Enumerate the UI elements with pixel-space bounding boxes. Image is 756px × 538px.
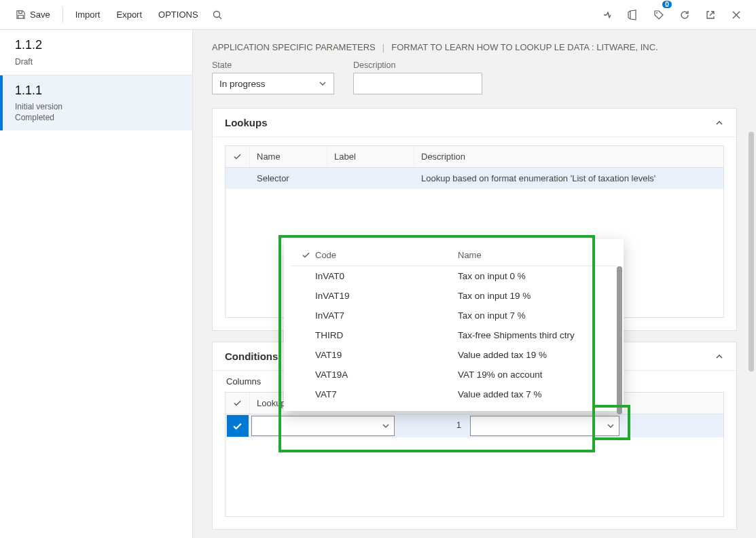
- row-value: 1: [397, 414, 469, 437]
- import-button[interactable]: Import: [69, 5, 107, 24]
- import-label: Import: [75, 10, 101, 20]
- row-select[interactable]: [296, 310, 315, 321]
- row-name: Value added tax 7 %: [458, 389, 611, 399]
- lookup-result-dropdown[interactable]: [251, 416, 395, 436]
- row-code: InVAT7: [315, 310, 458, 321]
- popup-select-header[interactable]: [296, 250, 315, 260]
- popup-row[interactable]: InVAT7Tax on input 7 %: [291, 306, 617, 325]
- main-scrollbar[interactable]: [748, 132, 755, 531]
- collapse-button[interactable]: [715, 118, 724, 128]
- row-select[interactable]: [226, 414, 250, 437]
- chevron-up-icon: [715, 118, 724, 128]
- columns-button[interactable]: Columns: [226, 376, 261, 387]
- search-icon: [212, 10, 223, 20]
- row-select[interactable]: [296, 271, 315, 281]
- description-label: Description: [353, 60, 482, 70]
- row-name: Selector: [250, 168, 327, 189]
- row-select[interactable]: [296, 330, 315, 340]
- popup-col-code[interactable]: Code: [315, 250, 458, 260]
- row-name: Tax on input 7 %: [458, 310, 611, 321]
- svg-point-2: [656, 12, 658, 14]
- popup-scrollbar[interactable]: [617, 266, 622, 414]
- conditions-title: Conditions: [225, 351, 278, 362]
- state-select[interactable]: In progress: [212, 73, 334, 94]
- export-button[interactable]: Export: [109, 5, 149, 24]
- col-name[interactable]: Name: [250, 146, 327, 167]
- lookups-row[interactable]: Selector Lookup based on format enumerat…: [226, 168, 723, 189]
- row-select[interactable]: [296, 370, 315, 380]
- save-label: Save: [30, 10, 50, 20]
- svg-point-0: [213, 11, 219, 17]
- save-button[interactable]: Save: [8, 5, 57, 24]
- popout-icon: [705, 10, 716, 20]
- row-name: VAT 19% on account: [458, 370, 611, 380]
- row-name: Tax on input 19 %: [458, 291, 611, 301]
- popup-row[interactable]: VAT7Value added tax 7 %: [291, 384, 617, 404]
- checkmark-icon: [233, 399, 242, 408]
- row-select[interactable]: [296, 389, 315, 399]
- row-label: [327, 168, 414, 189]
- scrollbar-thumb[interactable]: [749, 132, 754, 372]
- sidebar-item-label: 1.1.2: [15, 38, 177, 53]
- refresh-icon: [679, 10, 690, 20]
- refresh-button[interactable]: [673, 3, 696, 26]
- row-code: VAT19A: [315, 370, 458, 380]
- state-label: State: [212, 60, 334, 70]
- popup-col-name[interactable]: Name: [458, 250, 611, 260]
- sidebar-item-sub2: Completed: [15, 113, 177, 122]
- popup-row[interactable]: InVAT0Tax on input 0 %: [291, 266, 617, 286]
- collapse-button[interactable]: [715, 352, 724, 361]
- row-select[interactable]: [296, 350, 315, 360]
- sidebar-item-sub: Draft: [15, 57, 177, 67]
- office-icon: [628, 10, 638, 20]
- popup-row[interactable]: VAT19Value added tax 19 %: [291, 345, 617, 365]
- row-select[interactable]: [296, 291, 315, 301]
- breadcrumb-sep: |: [382, 42, 384, 52]
- sidebar-item-111[interactable]: 1.1.1 Initial version Completed: [0, 75, 192, 131]
- row-select[interactable]: [226, 168, 250, 189]
- options-label: OPTIONS: [158, 10, 198, 20]
- search-button[interactable]: [208, 5, 227, 24]
- scrollbar-thumb[interactable]: [617, 266, 622, 414]
- notification-badge: 0: [662, 1, 672, 8]
- code-lookup-popup: Code Name InVAT0Tax on input 0 %InVAT19T…: [284, 239, 624, 411]
- description-input[interactable]: [353, 73, 482, 94]
- row-code: InVAT19: [315, 291, 458, 301]
- state-value: In progress: [219, 79, 266, 89]
- row-code: InVAT0: [315, 271, 458, 281]
- connector-icon: [602, 10, 613, 20]
- chevron-up-icon: [715, 352, 724, 361]
- breadcrumb-part-1: APPLICATION SPECIFIC PARAMETERS: [212, 42, 376, 52]
- sidebar-item-label: 1.1.1: [15, 84, 177, 98]
- popup-row[interactable]: THIRDTax-free Shipments third ctry: [291, 325, 617, 345]
- office-icon-button[interactable]: [622, 3, 645, 26]
- breadcrumb: APPLICATION SPECIFIC PARAMETERS | FORMAT…: [212, 42, 737, 52]
- chevron-down-icon: [382, 422, 390, 430]
- grid-select-header[interactable]: [226, 146, 250, 167]
- chevron-down-icon: [319, 79, 327, 88]
- version-sidebar: 1.1.2 Draft 1.1.1 Initial version Comple…: [0, 30, 193, 538]
- popup-row[interactable]: InVAT19Tax on input 19 %: [291, 286, 617, 306]
- popup-row[interactable]: VAT19AVAT 19% on account: [291, 365, 617, 384]
- col-desc[interactable]: Description: [414, 146, 723, 167]
- sidebar-item-112[interactable]: 1.1.2 Draft: [0, 30, 192, 75]
- conditions-row[interactable]: 1: [226, 414, 723, 437]
- checkmark-icon: [233, 152, 242, 161]
- row-selected-icon: [227, 415, 249, 437]
- app-toolbar: Save Import Export OPTIONS 0: [0, 0, 756, 30]
- code-dropdown[interactable]: [470, 416, 619, 436]
- svg-line-1: [219, 16, 221, 19]
- row-name: Value added tax 19 %: [458, 350, 611, 360]
- grid-select-header[interactable]: [226, 393, 250, 414]
- row-name: Tax-free Shipments third ctry: [458, 330, 611, 340]
- connector-icon-button[interactable]: [596, 3, 619, 26]
- popout-button[interactable]: [699, 3, 722, 26]
- notifications-button[interactable]: 0: [647, 3, 670, 26]
- col-label[interactable]: Label: [327, 146, 414, 167]
- tag-icon: [653, 10, 664, 20]
- row-code: VAT7: [315, 389, 458, 399]
- options-button[interactable]: OPTIONS: [151, 5, 205, 24]
- toolbar-divider: [62, 7, 63, 22]
- row-code: VAT19: [315, 350, 458, 360]
- close-button[interactable]: [725, 3, 748, 26]
